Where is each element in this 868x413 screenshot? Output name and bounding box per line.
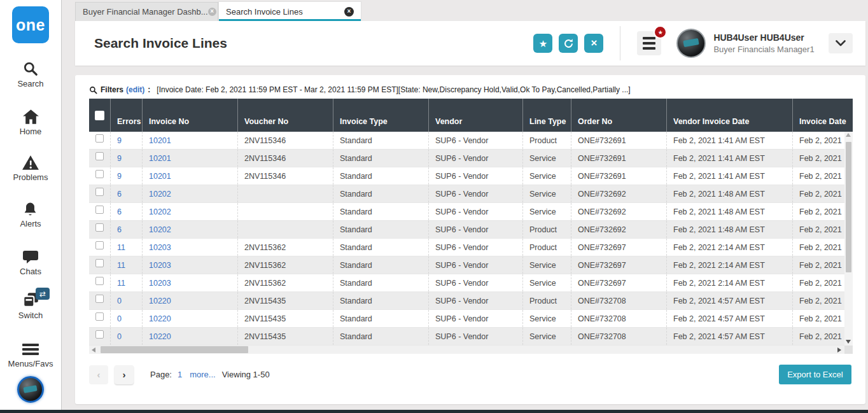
cell-order-no: ONE#732697 <box>571 256 667 274</box>
horizontal-scroll-thumb[interactable] <box>101 346 248 353</box>
sidebar-item-alerts[interactable]: Alerts <box>20 201 41 228</box>
row-checkbox[interactable] <box>95 277 104 285</box>
sidebar-item-chats[interactable]: Chats <box>20 249 41 276</box>
current-page-number[interactable]: 1 <box>178 370 182 379</box>
sidebar-item-switch[interactable]: ⇄ Switch <box>18 291 43 320</box>
scroll-right-arrow[interactable] <box>837 347 841 353</box>
row-checkbox[interactable] <box>95 223 104 232</box>
refresh-button[interactable] <box>559 34 578 53</box>
errors-link[interactable]: 11 <box>117 279 125 288</box>
row-select-cell <box>89 221 111 238</box>
column-header-line-type[interactable]: Line Type <box>523 99 571 132</box>
cell-order-no: ONE#732692 <box>571 185 667 202</box>
column-header-invoice-date[interactable]: Invoice Date <box>793 99 853 132</box>
switch-badge-icon[interactable]: ⇄ <box>36 288 50 300</box>
cell-invoice-no: 10201 <box>143 167 238 185</box>
next-page-button[interactable]: › <box>115 365 134 384</box>
errors-link[interactable]: 6 <box>117 225 122 234</box>
favorite-button[interactable]: ★ <box>533 34 552 53</box>
cell-errors: 6 <box>111 221 143 238</box>
row-checkbox[interactable] <box>95 241 104 249</box>
viewing-range-label: Viewing 1-50 <box>222 370 270 379</box>
errors-link[interactable]: 0 <box>117 332 122 341</box>
tab-buyer-financial-manager-dashboard[interactable]: Buyer Financial Manager Dashb... × <box>75 2 218 21</box>
horizontal-scrollbar[interactable] <box>89 346 853 354</box>
close-page-button[interactable]: × <box>584 34 603 53</box>
cell-order-no: ONE#732708 <box>571 328 667 345</box>
errors-link[interactable]: 9 <box>117 172 122 181</box>
errors-link[interactable]: 0 <box>117 314 122 323</box>
cell-invoice-date: Feb 2, 2021 <box>793 310 853 327</box>
tab-close-icon[interactable]: × <box>208 8 216 16</box>
row-checkbox[interactable] <box>95 295 104 303</box>
cell-line-type: Product <box>523 239 571 256</box>
column-header-errors[interactable]: Errors <box>111 99 143 132</box>
sidebar-item-home[interactable]: Home <box>20 109 42 136</box>
column-header-vendor[interactable]: Vendor <box>429 99 523 132</box>
select-all-header-cell <box>89 99 111 132</box>
previous-page-button[interactable]: ‹ <box>89 365 108 384</box>
column-header-invoice-type[interactable]: Invoice Type <box>333 99 429 132</box>
cell-vendor-invoice-date: Feb 2, 2021 1:41 AM EST <box>667 150 793 167</box>
invoice-no-link[interactable]: 10201 <box>149 154 171 163</box>
cell-invoice-type: Standard <box>333 150 429 167</box>
invoice-no-link[interactable]: 10203 <box>149 243 171 252</box>
row-checkbox[interactable] <box>95 259 104 267</box>
vertical-scrollbar[interactable] <box>844 132 853 346</box>
errors-link[interactable]: 9 <box>117 136 122 145</box>
errors-link[interactable]: 11 <box>117 243 125 252</box>
row-select-cell <box>89 328 111 345</box>
export-to-excel-button[interactable]: Export to Excel <box>779 365 851 384</box>
cell-vendor: SUP6 - Vendor <box>429 292 523 309</box>
vertical-scroll-thumb[interactable] <box>846 142 851 272</box>
invoice-no-link[interactable]: 10202 <box>149 190 171 199</box>
row-checkbox[interactable] <box>95 134 104 143</box>
column-header-vendor-invoice-date[interactable]: Vendor Invoice Date <box>667 99 793 132</box>
cell-invoice-no: 10220 <box>143 292 238 309</box>
cell-invoice-date: Feb 2, 2021 <box>793 292 853 309</box>
filters-edit-link[interactable]: (edit) <box>126 85 144 94</box>
tab-search-invoice-lines[interactable]: Search Invoice Lines × <box>218 1 361 21</box>
invoice-no-link[interactable]: 10220 <box>149 314 171 323</box>
invoice-no-link[interactable]: 10202 <box>149 225 171 234</box>
one-logo[interactable]: one <box>12 6 49 43</box>
chat-bubble-icon <box>22 249 39 265</box>
row-checkbox[interactable] <box>95 330 104 339</box>
table-row: 610202StandardSUP6 - VendorServiceONE#73… <box>89 203 853 221</box>
sidebar-item-menus-favs[interactable]: Menus/Favs <box>8 342 53 368</box>
row-checkbox[interactable] <box>95 188 104 196</box>
cell-invoice-type: Standard <box>333 185 429 202</box>
row-checkbox[interactable] <box>95 170 104 178</box>
row-checkbox[interactable] <box>95 312 104 321</box>
errors-link[interactable]: 11 <box>117 261 125 270</box>
more-pages-link[interactable]: more... <box>190 370 215 379</box>
row-checkbox[interactable] <box>95 152 104 160</box>
horizontal-scroll-track[interactable] <box>95 346 837 354</box>
errors-link[interactable]: 9 <box>117 154 122 163</box>
invoice-no-link[interactable]: 10220 <box>149 332 171 341</box>
invoice-no-link[interactable]: 10202 <box>149 207 171 216</box>
quick-menu-button[interactable]: ★ <box>637 31 661 55</box>
scroll-down-arrow[interactable] <box>846 340 851 344</box>
errors-link[interactable]: 6 <box>117 207 122 216</box>
row-select-cell <box>89 239 111 256</box>
sidebar-item-search[interactable]: Search <box>17 60 43 88</box>
invoice-no-link[interactable]: 10201 <box>149 172 171 181</box>
tab-close-icon[interactable]: × <box>344 7 354 17</box>
column-header-voucher-no[interactable]: Voucher No <box>238 99 333 132</box>
invoice-no-link[interactable]: 10220 <box>149 297 171 305</box>
sidebar-user-avatar[interactable] <box>17 376 44 403</box>
sidebar-item-problems[interactable]: Problems <box>13 155 48 182</box>
column-header-order-no[interactable]: Order No <box>571 99 667 132</box>
errors-link[interactable]: 6 <box>117 190 122 199</box>
user-menu-toggle[interactable] <box>829 33 853 53</box>
errors-link[interactable]: 0 <box>117 297 122 305</box>
scroll-up-arrow[interactable] <box>846 133 851 137</box>
user-avatar[interactable] <box>676 29 706 58</box>
row-checkbox[interactable] <box>95 206 104 214</box>
column-header-invoice-no[interactable]: Invoice No <box>143 99 238 132</box>
invoice-no-link[interactable]: 10201 <box>149 136 171 145</box>
select-all-checkbox[interactable] <box>95 111 104 120</box>
invoice-no-link[interactable]: 10203 <box>149 261 171 270</box>
invoice-no-link[interactable]: 10203 <box>149 279 171 288</box>
